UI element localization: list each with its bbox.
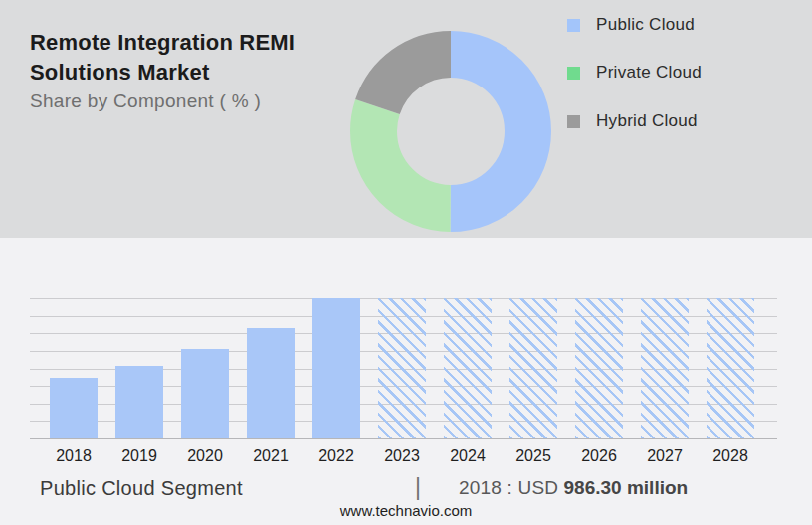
bar-2022 <box>312 298 360 438</box>
footer-value-amount: 986.30 million <box>564 477 689 498</box>
year-label-2023: 2023 <box>369 447 435 465</box>
donut-legend: Public CloudPrivate CloudHybrid Cloud <box>567 0 796 238</box>
bar-2018 <box>50 378 98 438</box>
bar-2020 <box>181 349 229 438</box>
title-block: Remote Integration REMI Solutions Market… <box>30 28 295 112</box>
legend-swatch-hybrid-cloud <box>567 115 580 128</box>
footer-value-prefix: 2018 : USD <box>459 477 558 498</box>
year-label-2021: 2021 <box>238 447 304 465</box>
year-label-2028: 2028 <box>698 447 763 465</box>
year-label-2026: 2026 <box>566 447 632 465</box>
bar-forecast-2026 <box>575 298 623 438</box>
legend-swatch-public-cloud <box>567 19 580 32</box>
legend-item-public-cloud: Public Cloud <box>567 16 695 34</box>
year-label-2020: 2020 <box>172 447 238 465</box>
infographic-page: Remote Integration REMI Solutions Market… <box>0 0 812 525</box>
year-label-2018: 2018 <box>41 447 106 465</box>
year-label-2025: 2025 <box>501 447 566 465</box>
legend-item-hybrid-cloud: Hybrid Cloud <box>567 112 698 130</box>
bar-forecast-2023 <box>378 298 426 438</box>
bar-forecast-2024 <box>444 298 492 438</box>
gridline <box>30 438 777 439</box>
legend-swatch-private-cloud <box>567 67 580 80</box>
donut-chart <box>346 27 555 236</box>
legend-label: Public Cloud <box>596 15 695 35</box>
year-label-2027: 2027 <box>632 447 698 465</box>
footer-value: 2018 : USD986.30 million <box>459 477 688 499</box>
year-label-2024: 2024 <box>435 447 501 465</box>
bar-forecast-2028 <box>707 298 754 438</box>
legend-label: Hybrid Cloud <box>596 111 698 131</box>
page-title-line-2: Solutions Market <box>30 58 295 88</box>
website-url: www.technavio.com <box>0 502 812 519</box>
legend-item-private-cloud: Private Cloud <box>567 64 702 82</box>
bar-2021 <box>247 328 295 438</box>
bar-forecast-2025 <box>509 298 557 438</box>
year-label-2022: 2022 <box>304 447 369 465</box>
page-subtitle: Share by Component ( % ) <box>30 90 295 112</box>
bar-chart: 2018201920202021202220232024202520262027… <box>0 238 812 525</box>
segment-label: Public Cloud Segment <box>40 477 243 500</box>
year-label-2019: 2019 <box>106 447 172 465</box>
bar-forecast-2027 <box>641 298 689 438</box>
bar-2019 <box>115 366 163 438</box>
page-title-line-1: Remote Integration REMI <box>30 28 295 58</box>
footer-separator: | <box>415 474 421 501</box>
legend-label: Private Cloud <box>596 63 702 83</box>
header-section: Remote Integration REMI Solutions Market… <box>0 0 812 238</box>
